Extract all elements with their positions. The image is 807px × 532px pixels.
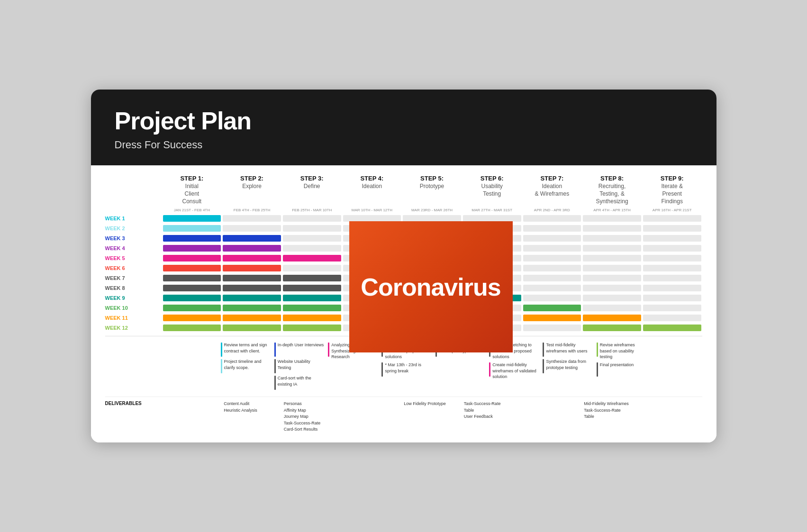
desc-text: * Mar 13th - 23rd is spring break [385, 362, 431, 374]
desc-dot [274, 343, 276, 357]
gantt-cell-2-1 [163, 225, 221, 232]
gantt-cell-1-1 [163, 215, 221, 222]
date-col-1: JAN 21ST - FEB 4TH [162, 208, 222, 212]
gantt-bar-11-8 [583, 315, 641, 321]
gantt-cell-11-9 [643, 315, 701, 321]
week-label-5: WEEK 5 [105, 255, 162, 261]
gantt-bar-5-1 [163, 255, 221, 261]
gantt-cell-12-2 [223, 325, 281, 331]
date-col-5: MAR 23RD - MAR 26TH [402, 208, 462, 212]
gantt-cell-3-9 [643, 235, 701, 242]
gantt-bar-7-3 [283, 275, 341, 281]
gantt-bar-11-7 [523, 315, 581, 321]
step-col-3: STEP 3:Define [282, 175, 342, 205]
gantt-cell-11-8 [583, 315, 641, 321]
gantt-cell-2-9 [643, 225, 701, 232]
gantt-bar-8-1 [163, 285, 221, 291]
desc-dot [597, 362, 598, 377]
gantt-cell-4-1 [163, 245, 221, 252]
gantt-cell-6-7 [523, 265, 581, 271]
gantt-cell-8-3 [283, 285, 341, 291]
gantt-cell-12-9 [643, 325, 701, 331]
gantt-cell-5-7 [523, 255, 581, 261]
desc-dot [543, 359, 544, 373]
desc-text: Review terms and sign contract with clie… [224, 342, 271, 354]
gantt-bar-12-1 [163, 325, 221, 331]
gantt-cell-7-8 [583, 275, 641, 281]
desc-item: Synthesize data from prototype testing [543, 359, 592, 373]
desc-text: Synthesize data from prototype testing [546, 359, 592, 370]
gantt-bar-3-2 [223, 235, 281, 242]
gantt-bar-11-3 [283, 315, 341, 321]
gantt-cell-6-3 [283, 265, 341, 271]
gantt-cell-4-3 [283, 245, 341, 252]
week-label-11: WEEK 11 [105, 315, 162, 321]
gantt-cell-8-2 [223, 285, 281, 291]
step-col-4: STEP 4:Ideation [342, 175, 402, 205]
gantt-cell-9-3 [283, 295, 341, 301]
desc-item: Revise wireframes based on usability tes… [597, 342, 646, 360]
deliverable-text: Content Audit [224, 401, 280, 407]
gantt-cell-1-5 [403, 215, 461, 222]
week-label-12: WEEK 12 [105, 325, 162, 331]
gantt-cell-10-3 [283, 305, 341, 311]
gantt-cell-12-7 [523, 325, 581, 331]
desc-item: In-depth User Interviews [274, 342, 324, 357]
gantt-cell-5-8 [583, 255, 641, 261]
desc-col-8: Revise wireframes based on usability tes… [595, 342, 648, 392]
gantt-bar-12-8 [583, 325, 641, 331]
week-label-3: WEEK 3 [105, 235, 162, 241]
gantt-cell-4-9 [643, 245, 701, 252]
gantt-cell-10-7 [523, 305, 581, 311]
deliverable-text: Low Fidelity Prototype [404, 401, 460, 407]
desc-item: Final presentation [597, 362, 646, 377]
gantt-bar-2-1 [163, 225, 221, 232]
gantt-cell-4-8 [583, 245, 641, 252]
desc-text: Card-sort with the existing IA [278, 375, 324, 387]
gantt-bar-8-3 [283, 285, 341, 291]
desc-col-1: Review terms and sign contract with clie… [219, 342, 272, 392]
dates-row: JAN 21ST - FEB 4THFEB 4TH - FEB 25THFEB … [162, 208, 702, 212]
gantt-cell-8-1 [163, 285, 221, 291]
deliverable-text: Personas [284, 401, 340, 407]
gantt-cell-1-8 [583, 215, 641, 222]
gantt-cell-1-9 [643, 215, 701, 222]
gantt-cell-10-1 [163, 305, 221, 311]
step-col-2: STEP 2:Explore [222, 175, 282, 205]
gantt-cell-3-8 [583, 235, 641, 242]
desc-item: Project timeline and clarify scope. [221, 359, 271, 373]
gantt-cell-2-7 [523, 225, 581, 232]
deliverable-text: Table [464, 407, 520, 414]
step-col-8: STEP 8:Recruiting,Testing, &Synthesizing [582, 175, 642, 205]
deliverable-col-8: Mid-Fidelity WireframesTask-Success-Rate… [582, 401, 642, 433]
desc-text: Final presentation [600, 362, 634, 368]
gantt-cell-12-3 [283, 325, 341, 331]
desc-text: Create mid-fidelity wireframes of valida… [492, 362, 539, 380]
deliverables-row: DELIVERABLES Content AuditHeuristic Anal… [105, 397, 702, 433]
desc-dot [489, 362, 490, 377]
week-label-2: WEEK 2 [105, 225, 162, 231]
date-col-4: MAR 10TH - MAR 12TH [342, 208, 402, 212]
gantt-bar-9-3 [283, 295, 341, 301]
deliverable-text: Task-Success-Rate [284, 420, 340, 427]
deliverable-col-4 [342, 401, 402, 433]
gantt-bar-7-2 [223, 275, 281, 281]
deliverable-col-7 [522, 401, 582, 433]
desc-col-9 [648, 342, 702, 392]
desc-dot [221, 343, 222, 357]
gantt-cell-1-3 [283, 215, 341, 222]
gantt-cell-3-1 [163, 235, 221, 242]
deliverable-text: Heuristic Analysis [224, 407, 280, 414]
gantt-cell-9-1 [163, 295, 221, 301]
gantt-cell-6-8 [583, 265, 641, 271]
date-col-6: MAR 27TH - MAR 31ST [462, 208, 522, 212]
gantt-cell-5-9 [643, 255, 701, 261]
gantt-bar-10-1 [163, 305, 221, 311]
gantt-cell-9-7 [523, 295, 581, 301]
gantt-cell-10-9 [643, 305, 701, 311]
slide-wrapper: Project Plan Dress For Success STEP 1:In… [91, 90, 716, 442]
deliverable-col-5: Low Fidelity Prototype [402, 401, 462, 433]
gantt-cell-2-3 [283, 225, 341, 232]
date-col-3: FEB 25TH - MAR 10TH [282, 208, 342, 212]
date-col-9: APR 16TH - APR 21ST [642, 208, 702, 212]
